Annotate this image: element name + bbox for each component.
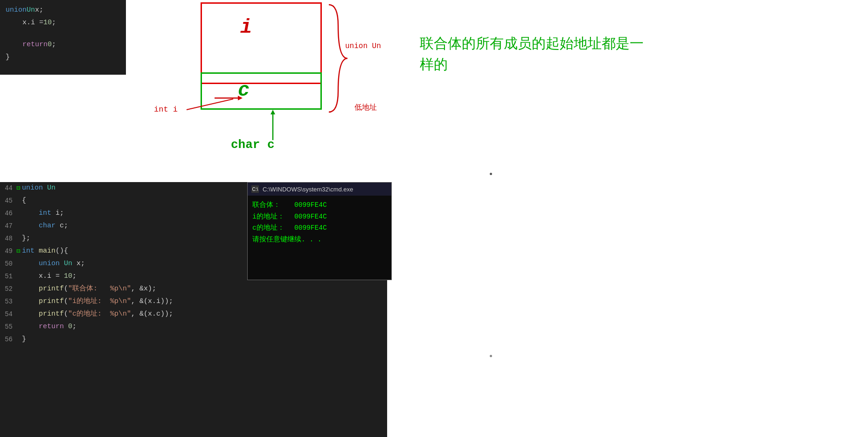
brace-svg xyxy=(324,2,371,119)
cmd-label-1: 联合体： xyxy=(252,199,294,211)
cmd-output-line-3: c的地址： 0099FE4C xyxy=(252,222,387,234)
editor-line-52: 52 printf("联合体: %p\n", &x); xyxy=(0,283,387,296)
cmd-title: C:\WINDOWS\system32\cmd.exe xyxy=(263,186,353,193)
arrow-char-c xyxy=(261,107,285,145)
cmd-titlebar: C:\ C:\WINDOWS\system32\cmd.exe xyxy=(248,183,391,196)
cmd-label-2: i的地址： xyxy=(252,211,294,223)
cmd-output-line-2: i的地址： 0099FE4C xyxy=(252,211,387,223)
label-union-un: union Un xyxy=(345,42,381,50)
svg-line-2 xyxy=(187,99,233,110)
svg-marker-4 xyxy=(271,110,275,114)
cmd-press-any-key: 请按任意键继续. . . xyxy=(252,234,322,246)
cmd-value-3: 0099FE4C xyxy=(294,222,327,234)
label-int-i: int i xyxy=(154,105,178,114)
annotation-text: 联合体的所有成员的起始地址都是一样的 xyxy=(420,33,644,75)
cmd-value-1: 0099FE4C xyxy=(294,199,327,211)
top-code-snippet: union Un x; x.i = 10; return 0; } xyxy=(0,0,126,75)
memory-diagram: i c union Un 低地址 int i char c xyxy=(145,0,424,177)
cmd-icon: C:\ xyxy=(251,185,259,193)
cmd-window: C:\ C:\WINDOWS\system32\cmd.exe 联合体： 009… xyxy=(247,182,392,280)
dot-decoration xyxy=(490,173,492,175)
cmd-value-2: 0099FE4C xyxy=(294,211,327,223)
cmd-output-line-1: 联合体： 0099FE4C xyxy=(252,199,387,211)
editor-line-54: 54 printf("c的地址: %p\n", &(x.c)); xyxy=(0,308,387,321)
rect-union-int xyxy=(201,2,322,84)
label-i: i xyxy=(240,16,252,39)
cmd-body: 联合体： 0099FE4C i的地址： 0099FE4C c的地址： 0099F… xyxy=(248,196,391,249)
cmd-output-line-4: 请按任意键继续. . . xyxy=(252,234,387,246)
top-section: union Un x; x.i = 10; return 0; } i c un… xyxy=(0,0,868,182)
cmd-label-3: c的地址： xyxy=(252,222,294,234)
editor-line-55: 55 return 0; xyxy=(0,321,387,333)
label-low-addr: 低地址 xyxy=(354,103,377,113)
dot-right xyxy=(490,355,492,357)
editor-line-53: 53 printf("i的地址: %p\n", &(x.i)); xyxy=(0,296,387,308)
editor-line-56: 56 } xyxy=(0,333,387,346)
svg-marker-1 xyxy=(238,96,243,100)
arrow-int-i xyxy=(177,79,271,117)
